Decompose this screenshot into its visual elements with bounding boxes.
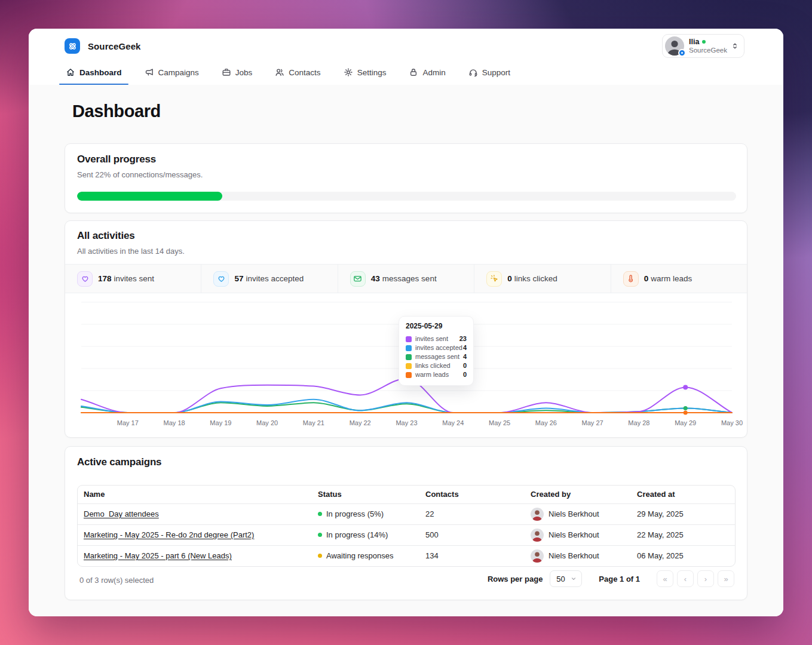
tooltip-value: 4 [463, 343, 467, 352]
sourcegeek-badge-icon [678, 49, 686, 57]
chevron-down-icon [570, 575, 577, 582]
stat-value: 0 [507, 274, 512, 283]
rows-selected-status: 0 of 3 row(s) selected [79, 576, 154, 585]
legend-swatch [406, 372, 412, 378]
nav-item-dashboard[interactable]: Dashboard [65, 62, 123, 85]
briefcase-icon [222, 67, 231, 77]
stat-text: 0warm leads [644, 274, 693, 283]
all-activities-subtitle: All activities in the last 14 days. [77, 247, 185, 256]
nav-label: Jobs [235, 68, 253, 77]
tooltip-label: invites sent [415, 334, 459, 343]
app-window: SourceGeek Ilia SourceGeek [29, 29, 783, 616]
column-header-status: Status [312, 486, 419, 503]
user-menu[interactable]: Ilia SourceGeek [662, 34, 744, 58]
nav-item-jobs[interactable]: Jobs [220, 62, 254, 85]
stat-value: 43 [371, 274, 380, 283]
rows-per-page-label: Rows per page [488, 575, 543, 583]
chart-tooltip-title: 2025-05-29 [406, 322, 467, 330]
stat-value: 57 [234, 274, 243, 283]
svg-text:May 25: May 25 [489, 419, 510, 426]
online-status-dot [702, 40, 706, 44]
app-header: SourceGeek Ilia SourceGeek [29, 29, 783, 85]
rows-per-page-value: 50 [556, 575, 565, 583]
creator-name: Niels Berkhout [549, 509, 599, 518]
column-header-created-by: Created by [525, 486, 631, 503]
creator-avatar [531, 508, 544, 521]
lock-icon [409, 67, 418, 77]
creator-avatar [531, 549, 544, 563]
table-row: Demo_Day attendeesIn progress (5%)22Niel… [78, 503, 735, 524]
chevron-updown-icon [731, 42, 739, 50]
gear-icon [344, 67, 353, 77]
svg-text:May 19: May 19 [210, 419, 231, 426]
stat-text: 0links clicked [507, 274, 557, 283]
svg-text:May 29: May 29 [675, 419, 696, 426]
user-name: Ilia [689, 38, 699, 46]
svg-text:May 28: May 28 [628, 419, 649, 426]
nav-label: Dashboard [79, 68, 122, 77]
overall-progress-card: Overall progress Sent 22% of connections… [65, 143, 747, 213]
column-header-created-at: Created at [631, 486, 735, 503]
svg-text:May 17: May 17 [117, 419, 139, 426]
column-header-name: Name [78, 486, 312, 503]
heart-icon [213, 271, 229, 287]
status-text: Awaiting responses [326, 551, 394, 560]
status-dot-icon [318, 533, 322, 537]
stat-value: 0 [644, 274, 649, 283]
previous-page-button[interactable]: ‹ [677, 570, 694, 587]
column-header-contacts: Contacts [419, 486, 525, 503]
brand-name: SourceGeek [88, 41, 141, 51]
svg-text:May 22: May 22 [350, 419, 371, 426]
first-page-button[interactable]: « [657, 570, 673, 587]
created-at: 22 May, 2025 [631, 524, 735, 545]
tooltip-row: links clicked0 [406, 361, 467, 370]
svg-text:May 27: May 27 [582, 419, 603, 426]
svg-text:May 23: May 23 [396, 419, 417, 426]
created-at: 29 May, 2025 [631, 503, 735, 524]
tooltip-value: 0 [463, 370, 467, 379]
contacts-count: 134 [419, 545, 525, 566]
campaign-link[interactable]: Marketing - May 2025 - part 6 (New Leads… [84, 551, 232, 560]
campaign-link[interactable]: Marketing - May 2025 - Re-do 2nd degree … [84, 530, 254, 539]
stat-text: 43messages sent [371, 274, 437, 283]
stat-invites-sent: 178invites sent [65, 265, 201, 293]
user-avatar [665, 36, 684, 56]
page-title: Dashboard [72, 102, 161, 121]
tooltip-row: invites accepted4 [406, 343, 467, 352]
all-activities-title: All activities [77, 230, 134, 242]
rows-per-page-select[interactable]: 50 [550, 570, 582, 587]
table-pagination: Rows per page 50 Page 1 of 1 «‹›» [488, 570, 734, 587]
nav-label: Campaigns [158, 68, 199, 77]
tooltip-value: 4 [463, 352, 467, 361]
nav-item-support[interactable]: Support [467, 62, 511, 85]
pager-buttons: «‹›» [657, 570, 734, 587]
legend-swatch [406, 345, 412, 351]
nav-item-contacts[interactable]: Contacts [274, 62, 321, 85]
stat-messages-sent: 43messages sent [338, 265, 474, 293]
chart-tooltip: 2025-05-29 invites sent23invites accepte… [399, 316, 474, 386]
stat-text: 57invites accepted [234, 274, 304, 283]
creator-name: Niels Berkhout [549, 551, 599, 560]
home-icon [66, 67, 75, 77]
status-badge: In progress (14%) [318, 525, 419, 545]
nav-item-campaigns[interactable]: Campaigns [143, 62, 200, 85]
tooltip-row: messages sent4 [406, 352, 467, 361]
nav-item-admin[interactable]: Admin [407, 62, 446, 85]
tooltip-label: invites accepted [415, 343, 463, 352]
campaign-link[interactable]: Demo_Day attendees [84, 509, 159, 518]
nav-label: Contacts [289, 68, 320, 77]
stat-invites-accepted: 57invites accepted [201, 265, 337, 293]
tooltip-row: warm leads0 [406, 370, 467, 379]
overall-progress-title: Overall progress [77, 153, 156, 165]
table-row: Marketing - May 2025 - Re-do 2nd degree … [78, 524, 735, 545]
created-by: Niels Berkhout [531, 525, 631, 545]
nav-item-settings[interactable]: Settings [342, 62, 388, 85]
status-dot-icon [318, 554, 322, 558]
created-by: Niels Berkhout [531, 546, 631, 566]
next-page-button[interactable]: › [697, 570, 714, 587]
megaphone-icon [145, 67, 154, 77]
activities-chart[interactable]: May 17May 18May 19May 20May 21May 22May … [81, 302, 732, 429]
tooltip-value: 0 [463, 361, 467, 370]
last-page-button[interactable]: » [718, 570, 734, 587]
users-icon [275, 67, 284, 77]
